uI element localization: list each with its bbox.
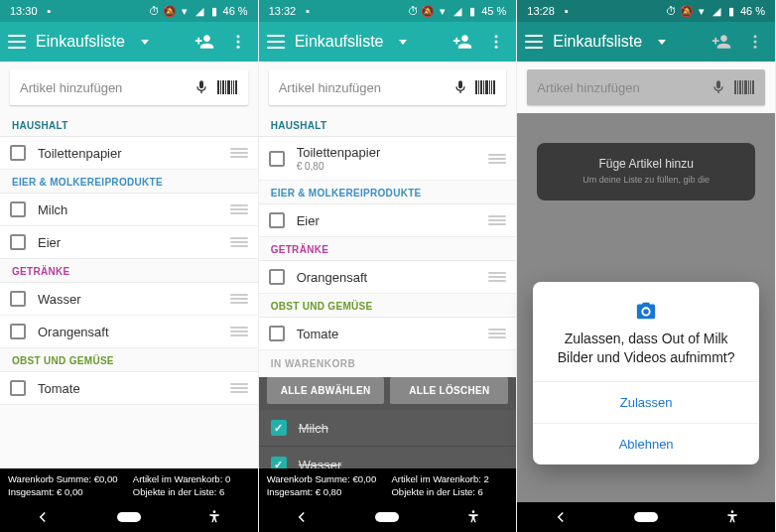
item-label: Eier (297, 213, 489, 228)
signal-icon: ◢ (452, 5, 463, 17)
checked-checkbox[interactable] (271, 457, 287, 468)
screen-2: 13:32▪ ⏱ 🔕 ▾ ◢ ▮ 45 % Einkaufsliste HAUS… (259, 0, 518, 532)
home-icon[interactable] (375, 505, 399, 529)
bookmark-icon: ▪ (44, 5, 56, 17)
list-item[interactable]: Milch (0, 194, 258, 226)
alarm-icon: ⏱ (407, 5, 419, 17)
list-item[interactable]: Orangensaft (0, 316, 258, 348)
drag-handle-icon[interactable] (488, 215, 506, 225)
barcode-icon[interactable] (733, 76, 755, 98)
drag-handle-icon[interactable] (488, 154, 506, 164)
cart-count: Artikel im Warenkorb: 0 (133, 473, 250, 484)
nav-bar (0, 502, 258, 532)
checkbox[interactable] (269, 326, 285, 341)
svg-rect-16 (478, 80, 479, 94)
checkbox[interactable] (10, 145, 26, 161)
accessibility-icon[interactable] (202, 505, 226, 529)
page-title: Einkaufsliste (553, 33, 642, 51)
list-item[interactable]: Eier (259, 204, 517, 237)
item-label: Orangensaft (297, 270, 489, 285)
category-header: EIER & MOLKEREIPRODUKTE (0, 170, 258, 194)
checkbox[interactable] (269, 269, 285, 285)
battery-pct: 46 % (223, 5, 248, 17)
drag-handle-icon[interactable] (230, 237, 248, 247)
cart-item-label: Wasser (299, 458, 505, 469)
delete-all-button[interactable]: ALLE LÖSCHEN (390, 377, 508, 404)
app-bar: Einkaufsliste (259, 22, 517, 62)
more-icon[interactable] (226, 30, 250, 54)
back-icon[interactable] (31, 505, 55, 529)
list-item[interactable]: Wasser (0, 283, 258, 316)
home-icon[interactable] (634, 505, 658, 529)
mic-icon[interactable] (191, 76, 212, 98)
cart-sum: Warenkorb Summe: €0,00 (8, 473, 125, 484)
svg-rect-22 (493, 80, 495, 94)
item-label: Wasser (38, 292, 230, 307)
svg-point-1 (236, 41, 239, 44)
back-icon[interactable] (290, 505, 314, 529)
screen-1: 13:30▪ ⏱ 🔕 ▾ ◢ ▮ 46 % Einkaufsliste HAUS… (0, 0, 259, 532)
menu-icon[interactable] (525, 33, 543, 51)
mic-icon[interactable] (708, 76, 729, 98)
deselect-all-button[interactable]: ALLE ABWÄHLEN (267, 377, 385, 404)
drag-handle-icon[interactable] (488, 329, 506, 338)
item-price: € 0,80 (297, 161, 489, 172)
add-user-icon[interactable] (451, 30, 474, 54)
list-item[interactable]: Toilettenpapier (0, 137, 258, 170)
checkbox[interactable] (10, 324, 26, 339)
item-label: Toilettenpapier (297, 145, 489, 160)
checked-checkbox[interactable] (271, 420, 287, 436)
list-item[interactable]: Tomate (0, 372, 258, 405)
checkbox[interactable] (10, 380, 26, 396)
list-count: Objekte in der Liste: 6 (391, 486, 508, 497)
list-item[interactable]: Eier (0, 226, 258, 259)
back-icon[interactable] (549, 505, 573, 529)
svg-rect-33 (750, 80, 751, 94)
drag-handle-icon[interactable] (230, 383, 248, 393)
drag-handle-icon[interactable] (230, 204, 248, 214)
mute-icon: 🔕 (164, 5, 176, 17)
category-header: EIER & MOLKEREIPRODUKTE (259, 181, 517, 204)
allow-button[interactable]: Zulassen (533, 381, 759, 423)
accessibility-icon[interactable] (461, 505, 485, 529)
checkbox[interactable] (269, 151, 285, 167)
drag-handle-icon[interactable] (230, 294, 248, 304)
list-item[interactable]: Toilettenpapier€ 0,80 (259, 137, 517, 181)
barcode-icon[interactable] (474, 76, 496, 98)
list-item[interactable]: Tomate (259, 318, 517, 350)
drag-handle-icon[interactable] (230, 327, 248, 336)
deny-button[interactable]: Ablehnen (533, 423, 759, 465)
svg-rect-30 (742, 80, 743, 94)
add-user-icon[interactable] (193, 30, 216, 54)
dropdown-icon[interactable] (141, 40, 149, 45)
add-item-input[interactable] (279, 80, 446, 95)
status-bar: 13:28▪ ⏱ 🔕 ▾ ◢ ▮ 46 % (517, 0, 775, 22)
checkbox[interactable] (10, 201, 26, 217)
barcode-icon[interactable] (216, 76, 238, 98)
list-item[interactable]: Orangensaft (259, 261, 517, 294)
mic-icon[interactable] (450, 76, 471, 98)
dropdown-icon[interactable] (399, 40, 407, 45)
item-label: Toilettenpapier (38, 146, 230, 161)
add-item-input[interactable] (20, 80, 187, 95)
svg-rect-15 (475, 80, 477, 94)
add-user-icon[interactable] (710, 30, 733, 54)
battery-icon: ▮ (466, 5, 478, 17)
accessibility-icon[interactable] (720, 505, 744, 529)
menu-icon[interactable] (8, 33, 26, 51)
item-label: Tomate (38, 381, 230, 396)
more-icon[interactable] (484, 30, 508, 54)
drag-handle-icon[interactable] (230, 148, 248, 158)
cart-item[interactable]: Milch (259, 410, 517, 447)
checkbox[interactable] (10, 291, 26, 307)
menu-icon[interactable] (267, 33, 285, 51)
checkbox[interactable] (269, 212, 285, 228)
drag-handle-icon[interactable] (488, 272, 506, 282)
checkbox[interactable] (10, 234, 26, 250)
home-icon[interactable] (117, 505, 141, 529)
more-icon[interactable] (743, 30, 767, 54)
status-time: 13:28 (527, 5, 555, 17)
cart-item[interactable]: Wasser (259, 447, 517, 468)
dropdown-icon[interactable] (658, 40, 666, 45)
add-item-input[interactable] (537, 80, 704, 95)
